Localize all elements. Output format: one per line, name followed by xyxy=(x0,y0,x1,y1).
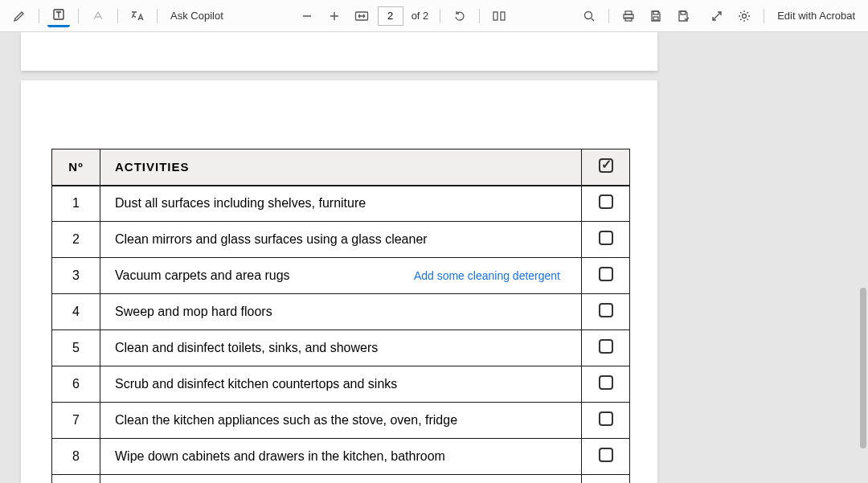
table-row: 7 Clean the kitchen appliances such as t… xyxy=(52,403,630,439)
checkbox-icon xyxy=(599,448,613,462)
row-number: 9 xyxy=(52,475,100,484)
fullscreen-icon[interactable] xyxy=(706,5,728,27)
translate-icon[interactable] xyxy=(126,5,149,27)
svg-rect-2 xyxy=(493,12,497,20)
document-viewport: Nº ACTIVITIES 1 Dust all surfaces includ… xyxy=(0,32,868,483)
row-number: 8 xyxy=(52,439,100,475)
checkbox-checked-icon xyxy=(599,158,613,173)
row-number: 6 xyxy=(52,366,100,403)
separator xyxy=(764,9,764,23)
save-icon[interactable] xyxy=(645,5,667,27)
checkbox-icon xyxy=(599,267,613,281)
pdf-page-1-bottom xyxy=(21,32,657,71)
svg-rect-7 xyxy=(625,18,632,21)
row-checkbox[interactable] xyxy=(582,475,630,484)
table-row: 4 Sweep and mop hard floors xyxy=(52,294,630,330)
table-row: 9 Clean and disinfect light switches, do… xyxy=(52,475,630,484)
text-select-icon[interactable] xyxy=(47,5,70,27)
rotate-icon[interactable] xyxy=(448,5,471,27)
table-row: 8 Wipe down cabinets and drawers in the … xyxy=(52,439,630,475)
separator xyxy=(479,9,480,23)
row-checkbox[interactable] xyxy=(582,222,630,258)
row-activity: Sweep and mop hard floors xyxy=(100,294,582,330)
separator xyxy=(117,9,118,23)
pdf-page-2: Nº ACTIVITIES 1 Dust all surfaces includ… xyxy=(21,80,657,483)
row-activity: Vacuum carpets and area rugsAdd some cle… xyxy=(100,258,582,294)
separator xyxy=(78,9,79,23)
table-row: 1 Dust all surfaces including shelves, f… xyxy=(52,186,630,222)
svg-rect-8 xyxy=(653,11,658,14)
row-number: 4 xyxy=(52,294,100,330)
ask-copilot-button[interactable]: Ask Copilot xyxy=(166,10,228,22)
header-activities: ACTIVITIES xyxy=(100,149,582,186)
row-checkbox[interactable] xyxy=(582,330,630,366)
row-activity: Wipe down cabinets and drawers in the ki… xyxy=(100,439,582,475)
page-total-label: of 2 xyxy=(408,10,432,22)
header-number: Nº xyxy=(52,149,100,186)
checkbox-icon xyxy=(599,303,613,317)
svg-point-4 xyxy=(585,11,592,18)
separator xyxy=(39,9,39,23)
table-header-row: Nº ACTIVITIES xyxy=(52,149,630,186)
row-checkbox[interactable] xyxy=(582,294,630,330)
row-number: 3 xyxy=(52,258,100,294)
table-row: 3 Vacuum carpets and area rugsAdd some c… xyxy=(52,258,630,294)
fit-width-icon[interactable] xyxy=(350,5,373,27)
svg-rect-3 xyxy=(501,12,505,20)
checkbox-icon xyxy=(599,375,613,390)
save-as-icon[interactable] xyxy=(672,5,694,27)
row-checkbox[interactable] xyxy=(582,186,630,222)
row-activity: Clean mirrors and glass surfaces using a… xyxy=(100,222,582,258)
comment-annotation[interactable]: Add some cleaning detergent xyxy=(414,269,560,282)
row-number: 5 xyxy=(52,330,100,366)
row-activity: Clean and disinfect light switches, door… xyxy=(100,475,582,484)
checkbox-icon xyxy=(599,231,613,245)
row-number: 2 xyxy=(52,222,100,258)
activities-table: Nº ACTIVITIES 1 Dust all surfaces includ… xyxy=(51,149,630,483)
row-activity: Scrub and disinfect kitchen countertops … xyxy=(100,366,582,403)
separator xyxy=(157,9,158,23)
zoom-in-icon[interactable] xyxy=(323,5,346,27)
row-checkbox[interactable] xyxy=(582,258,630,294)
read-aloud-icon[interactable] xyxy=(87,5,109,27)
row-checkbox[interactable] xyxy=(582,366,630,403)
page-view-icon[interactable] xyxy=(488,5,510,27)
pdf-toolbar: Ask Copilot of 2 Edit with Acrobat xyxy=(0,0,868,32)
checkbox-icon xyxy=(599,339,613,354)
row-activity: Clean the kitchen appliances such as the… xyxy=(100,403,582,439)
svg-rect-9 xyxy=(653,17,658,20)
row-checkbox[interactable] xyxy=(582,403,630,439)
print-icon[interactable] xyxy=(617,5,640,27)
separator xyxy=(608,9,609,23)
settings-icon[interactable] xyxy=(733,5,755,27)
edit-with-acrobat-button[interactable]: Edit with Acrobat xyxy=(772,10,860,22)
row-number: 1 xyxy=(52,186,100,222)
table-row: 6 Scrub and disinfect kitchen countertop… xyxy=(52,366,630,403)
checkbox-icon xyxy=(599,411,613,426)
page-number-input[interactable] xyxy=(378,6,403,26)
header-checkbox xyxy=(582,149,630,186)
table-row: 5 Clean and disinfect toilets, sinks, an… xyxy=(52,330,630,366)
row-number: 7 xyxy=(52,403,100,439)
zoom-out-icon[interactable] xyxy=(296,5,318,27)
row-activity: Clean and disinfect toilets, sinks, and … xyxy=(100,330,582,366)
separator xyxy=(440,9,440,23)
svg-point-11 xyxy=(743,14,747,18)
row-checkbox[interactable] xyxy=(582,439,630,475)
checkbox-icon xyxy=(599,194,613,209)
draw-icon[interactable] xyxy=(8,5,31,27)
row-activity: Dust all surfaces including shelves, fur… xyxy=(100,186,582,222)
table-row: 2 Clean mirrors and glass surfaces using… xyxy=(52,222,630,258)
vertical-scrollbar[interactable] xyxy=(860,288,866,448)
search-icon[interactable] xyxy=(578,5,600,27)
svg-rect-10 xyxy=(681,11,686,14)
